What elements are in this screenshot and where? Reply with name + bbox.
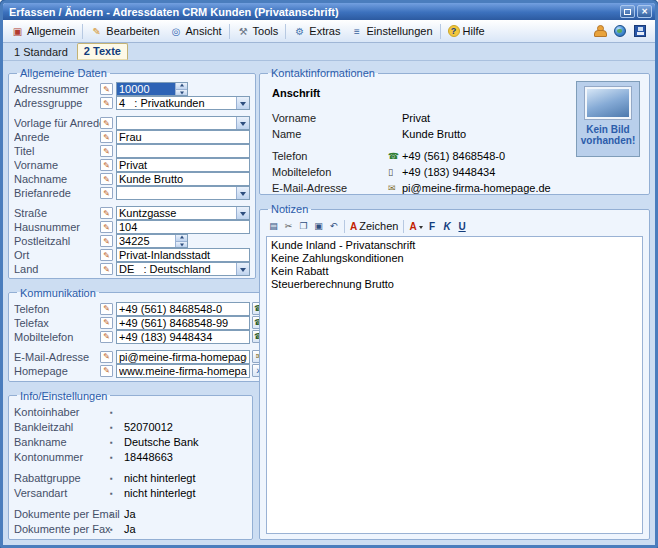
edit-field-button[interactable]: ✎	[100, 365, 113, 377]
tab-texte[interactable]: 2 Texte	[77, 43, 128, 60]
info-row: Bankname ▪ Deutsche Bank	[14, 435, 247, 450]
edit-field-button[interactable]: ✎	[100, 145, 113, 157]
nachname-input-field[interactable]	[117, 173, 249, 185]
telefon-input-field[interactable]	[117, 303, 249, 315]
land-label: Land	[14, 263, 100, 275]
window-controls: ✕	[620, 5, 652, 18]
homepage-input[interactable]	[116, 364, 250, 378]
globe-icon[interactable]	[614, 25, 626, 37]
pencil-icon: ✎	[103, 209, 110, 218]
chevron-down-icon[interactable]	[236, 97, 249, 109]
adressnummer-spinner[interactable]	[175, 83, 187, 95]
edit-field-button[interactable]: ✎	[100, 97, 113, 109]
menu-allgemein[interactable]: ▣Allgemein	[6, 23, 80, 40]
bullet-icon: ▪	[110, 453, 124, 462]
menu-einstellungen[interactable]: ≡Einstellungen	[345, 23, 437, 40]
field-row: Telefax ✎ ☎	[14, 316, 266, 330]
insert-table-button[interactable]: ▤	[266, 219, 281, 234]
telefax-input-field[interactable]	[117, 317, 249, 329]
copy-button[interactable]: ❐	[296, 219, 311, 234]
edit-field-button[interactable]: ✎	[100, 317, 113, 329]
adressnummer-input[interactable]	[116, 82, 188, 96]
edit-field-button[interactable]: ✎	[100, 159, 113, 171]
settings-icon: ≡	[350, 25, 363, 38]
postleitzahl-input[interactable]	[116, 234, 188, 248]
homepage-input-field[interactable]	[117, 365, 249, 377]
menu-hilfe[interactable]: ?Hilfe	[443, 23, 490, 39]
titel-input[interactable]	[116, 144, 250, 158]
chevron-down-icon[interactable]	[236, 207, 249, 219]
menu-ansicht[interactable]: ◎Ansicht	[165, 23, 227, 40]
postleitzahl-spinner[interactable]	[175, 235, 187, 247]
help-icon: ?	[448, 25, 460, 37]
postleitzahl-input-field[interactable]	[117, 235, 175, 247]
bold-button[interactable]: F	[425, 219, 440, 234]
adressnummer-input-field[interactable]	[117, 83, 175, 95]
italic-button[interactable]: K	[440, 219, 455, 234]
edit-field-button[interactable]: ✎	[100, 187, 113, 199]
save-icon[interactable]	[634, 25, 646, 37]
character-format-button[interactable]: A Zeichen	[348, 219, 400, 234]
tab-standard[interactable]: 1 Standard	[8, 45, 74, 60]
telefon-input[interactable]	[116, 302, 250, 316]
user-icon[interactable]	[594, 25, 606, 37]
toolbar-right	[594, 25, 652, 37]
menubar-separator	[285, 24, 286, 39]
maximize-icon	[624, 9, 631, 15]
ort-input[interactable]	[116, 248, 250, 262]
edit-field-button[interactable]: ✎	[100, 303, 113, 315]
anrede-input-field[interactable]	[117, 131, 249, 143]
edit-field-button[interactable]: ✎	[100, 83, 113, 95]
mobiltelefon-input-field[interactable]	[117, 331, 249, 343]
edit-field-button[interactable]: ✎	[100, 117, 113, 129]
edit-field-button[interactable]: ✎	[100, 235, 113, 247]
edit-field-button[interactable]: ✎	[100, 131, 113, 143]
adressgruppe-select[interactable]: 4 : Privatkunden	[116, 96, 250, 110]
telefax-input[interactable]	[116, 316, 250, 330]
hausnummer-input-field[interactable]	[117, 221, 249, 233]
notes-textarea[interactable]: Kunde Inland - Privatanschrift Keine Zah…	[266, 236, 643, 534]
email-input[interactable]	[116, 350, 250, 364]
nachname-input[interactable]	[116, 172, 250, 186]
gear-icon: ⚙	[293, 25, 306, 38]
font-color-button[interactable]: A	[407, 219, 424, 234]
maximize-button[interactable]	[620, 5, 635, 18]
edit-field-button[interactable]: ✎	[100, 351, 113, 363]
paste-button[interactable]: ▣	[311, 219, 326, 234]
notes-toolbar: ▤ ✂ ❐ ▣ ↶ A Zeichen A F K U	[265, 218, 644, 236]
strasse-select[interactable]: Kuntzgasse	[116, 206, 250, 220]
underline-button[interactable]: U	[455, 219, 470, 234]
hausnummer-input[interactable]	[116, 220, 250, 234]
anrede-input[interactable]	[116, 130, 250, 144]
dokumente-fax-value: Ja	[124, 523, 136, 535]
mobiltelefon-input[interactable]	[116, 330, 250, 344]
info-row: Dokumente per Email ▪ Ja	[14, 507, 247, 522]
land-select[interactable]: DE : Deutschland	[116, 262, 250, 276]
cut-button[interactable]: ✂	[281, 219, 296, 234]
edit-field-button[interactable]: ✎	[100, 221, 113, 233]
menu-bearbeiten[interactable]: ✎Bearbeiten	[85, 23, 164, 40]
edit-field-button[interactable]: ✎	[100, 249, 113, 261]
kontakt-email-label: E-Mail-Adresse	[272, 182, 388, 194]
menu-extras[interactable]: ⚙Extras	[288, 23, 345, 40]
titel-input-field[interactable]	[117, 145, 249, 157]
chevron-down-icon[interactable]	[236, 263, 249, 275]
ort-input-field[interactable]	[117, 249, 249, 261]
vorname-input-field[interactable]	[117, 159, 249, 171]
edit-field-button[interactable]: ✎	[100, 331, 113, 343]
edit-field-button[interactable]: ✎	[100, 207, 113, 219]
chevron-down-icon[interactable]	[236, 117, 249, 129]
edit-field-button[interactable]: ✎	[100, 263, 113, 275]
tabbar: 1 Standard 2 Texte	[3, 43, 655, 61]
menu-tools[interactable]: ⚒Tools	[232, 23, 284, 40]
pencil-icon: ✎	[103, 175, 110, 184]
briefanrede-select[interactable]	[116, 186, 250, 200]
menubar-separator	[440, 24, 441, 39]
vorlage-anrede-select[interactable]	[116, 116, 250, 130]
edit-field-button[interactable]: ✎	[100, 173, 113, 185]
vorname-input[interactable]	[116, 158, 250, 172]
close-button[interactable]: ✕	[637, 5, 652, 18]
email-input-field[interactable]	[117, 351, 249, 363]
chevron-down-icon[interactable]	[236, 187, 249, 199]
undo-button[interactable]: ↶	[326, 219, 341, 234]
